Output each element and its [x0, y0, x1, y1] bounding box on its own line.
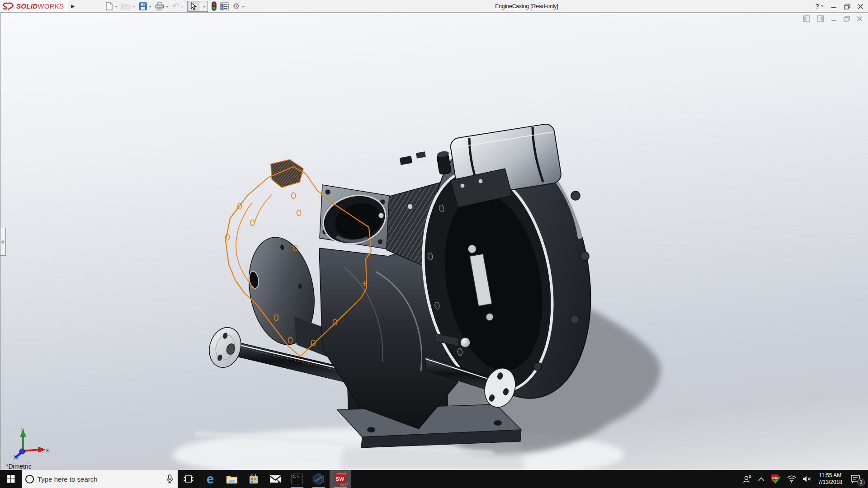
open-button[interactable]	[119, 1, 137, 12]
new-document-button[interactable]	[104, 1, 119, 12]
quick-access-toolbar: ↶	[104, 0, 246, 12]
task-view-icon	[184, 475, 193, 483]
task-view-button[interactable]	[178, 470, 199, 488]
taskbar-app-mail[interactable]	[264, 470, 286, 488]
cortana-icon	[25, 475, 34, 483]
taskbar-app-composer[interactable]	[308, 470, 330, 488]
people-button[interactable]	[740, 470, 755, 488]
solidworks-wordmark: SOLIDWORKS	[16, 2, 64, 10]
menu-flyout-arrow[interactable]: ▶	[68, 0, 78, 12]
display-states-button[interactable]	[210, 1, 218, 12]
document-window-controls	[803, 15, 863, 22]
chevron-up-icon	[758, 477, 764, 481]
gear-icon: ⚙	[232, 2, 240, 10]
dassault-ds-icon	[3, 2, 14, 10]
graphics-viewport[interactable]: Y x *Dimetric	[0, 13, 868, 470]
display-pane-icon	[220, 2, 229, 10]
sw-resource-monitor-icon: SW	[771, 474, 781, 484]
undo-button[interactable]: ↶	[170, 1, 186, 12]
mail-icon	[269, 475, 281, 483]
engine-casing-3d-model[interactable]	[0, 13, 868, 470]
undo-dropdown-caret[interactable]	[181, 6, 184, 9]
restore-button[interactable]	[844, 4, 850, 9]
close-button[interactable]	[858, 4, 863, 9]
clock[interactable]: 11:55 AM 7/13/2018	[815, 472, 846, 486]
volume-button[interactable]	[799, 470, 815, 488]
file-explorer-icon	[226, 474, 238, 484]
action-center-button[interactable]: 3	[846, 470, 865, 488]
print-icon	[155, 2, 164, 10]
command-prompt-icon: C:\_	[291, 474, 303, 484]
window-title: EngineCasing [Read-only]	[470, 0, 583, 13]
reference-triad: Y x	[4, 427, 49, 460]
help-dropdown-caret	[821, 5, 824, 9]
solidworks-resource-monitor[interactable]: SW	[768, 470, 784, 488]
select-button[interactable]	[188, 1, 199, 11]
document-close-button[interactable]	[857, 16, 863, 22]
network-button[interactable]	[784, 470, 799, 488]
open-dropdown-caret[interactable]	[132, 6, 135, 9]
feature-tree-splitter-handle[interactable]	[0, 228, 6, 256]
notification-count-badge: 3	[857, 479, 865, 486]
show-hidden-icons-button[interactable]	[755, 470, 768, 488]
minimize-button[interactable]	[831, 4, 837, 9]
print-button[interactable]	[153, 1, 170, 12]
show-display-pane-button[interactable]	[218, 1, 231, 12]
triad-y-label: Y	[21, 427, 24, 433]
triad-x-label: x	[46, 447, 49, 453]
open-folder-icon	[121, 2, 131, 10]
options-dropdown-caret[interactable]	[242, 6, 245, 9]
tray-time: 11:55 AM	[819, 472, 841, 479]
save-dropdown-caret[interactable]	[149, 6, 151, 9]
undo-icon: ↶	[172, 2, 179, 10]
taskbar-app-edge[interactable]: e	[199, 470, 221, 488]
show-right-pane-button[interactable]	[817, 15, 824, 22]
window-controls: ?	[815, 0, 863, 13]
solidworks-logo: SOLIDWORKS	[0, 0, 68, 12]
taskbar-app-file-explorer[interactable]	[221, 470, 243, 488]
document-minimize-button[interactable]	[831, 16, 837, 22]
select-dropdown[interactable]	[199, 1, 208, 11]
traffic-light-icon	[212, 1, 217, 11]
splitter-grip-icon	[1, 240, 5, 244]
people-icon	[743, 475, 752, 483]
system-tray: SW 11:55 AM 7/13/2018	[740, 470, 868, 488]
title-bar: SOLIDWORKS ▶	[0, 0, 868, 13]
new-dropdown-caret[interactable]	[115, 6, 118, 9]
microphone-icon[interactable]	[166, 474, 173, 483]
select-tool-group	[187, 1, 208, 12]
taskbar-app-solidworks[interactable]: SW 2017	[330, 470, 351, 488]
search-input[interactable]	[38, 475, 163, 483]
show-left-pane-button[interactable]	[803, 15, 810, 22]
windows-logo-icon	[7, 475, 15, 483]
new-document-icon	[105, 2, 113, 10]
taskbar-app-store[interactable]	[243, 470, 264, 488]
help-button[interactable]: ?	[815, 3, 824, 10]
tray-date: 7/13/2018	[818, 479, 842, 486]
volume-muted-icon	[802, 475, 811, 483]
solidworks-2017-icon: SW 2017	[335, 473, 346, 485]
options-button[interactable]: ⚙	[231, 1, 246, 12]
taskbar-search[interactable]	[22, 470, 178, 488]
document-restore-button[interactable]	[844, 16, 850, 22]
print-dropdown-caret[interactable]	[166, 6, 169, 9]
windows-taskbar: e C:\_ SW 20	[0, 470, 868, 488]
view-orientation-label: *Dimetric	[6, 463, 32, 470]
wifi-icon	[787, 475, 796, 483]
edge-icon: e	[207, 473, 214, 486]
save-floppy-icon	[139, 2, 147, 10]
select-cursor-icon	[190, 2, 197, 10]
select-dropdown-caret	[203, 6, 206, 9]
save-button[interactable]	[137, 1, 153, 12]
taskbar-app-command-prompt[interactable]: C:\_	[286, 470, 308, 488]
hexagon-app-icon	[313, 473, 325, 485]
start-button[interactable]	[0, 470, 22, 488]
microsoft-store-icon	[249, 474, 259, 484]
